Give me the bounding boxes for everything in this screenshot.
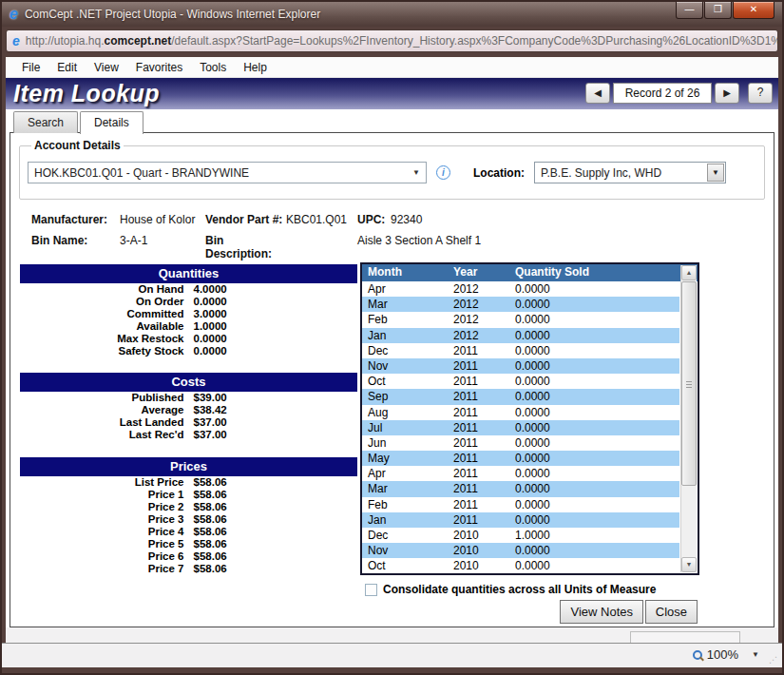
price-row: Price 7$58.06 [20,563,357,575]
quantity-row: On Hand4.0000 [20,283,357,296]
bin-name-label: Bin Name: [31,234,120,260]
manufacturer-value: House of Kolor [120,213,205,226]
price-row: Price 4$58.06 [20,526,357,538]
item-dropdown-value: HOK.KBC01.Q01 - Quart - BRANDYWINE [34,166,249,180]
help-button[interactable]: ? [748,83,773,104]
ie-page-icon: e [12,33,20,48]
prices-rows: List Price$58.06Price 1$58.06Price 2$58.… [20,476,357,575]
zoom-caret-icon[interactable]: ▼ [752,650,759,659]
table-row[interactable]: Apr20110.0000 [362,466,679,481]
minimize-button[interactable]: — [676,2,703,19]
price-row: Price 5$58.06 [20,538,357,550]
table-row[interactable]: Dec20101.0000 [362,528,679,543]
menu-view[interactable]: View [86,59,127,76]
column-month[interactable]: Month [362,264,448,281]
title-bar: e ComCept .NET Project Utopia - Windows … [2,2,782,27]
record-navigation: ◀ Record 2 of 26 ▶ ? [583,83,773,104]
table-row[interactable]: Nov20100.0000 [362,543,679,558]
menu-file[interactable]: File [13,59,48,76]
consolidate-label: Consolidate quantities across all Units … [383,583,656,596]
table-row[interactable]: Aug20110.0000 [362,405,679,420]
location-dropdown[interactable]: P.B.E. Supply Inc, WHD ▼ [534,162,726,183]
url-input[interactable]: e http://utopia.hq.comcept.net/default.a… [6,29,778,52]
quantities-rows: On Hand4.0000On Order0.0000Committed3.00… [20,283,357,357]
upc-label: UPC: [357,213,391,226]
address-bar: e http://utopia.hq.comcept.net/default.a… [6,27,778,55]
table-row[interactable]: Apr20120.0000 [362,281,679,297]
history-table-body: Apr20120.0000Mar20120.0000Feb20120.0000J… [362,281,679,573]
table-row[interactable]: Dec20110.0000 [362,343,679,358]
price-row: Price 6$58.06 [20,550,357,563]
scrollbar-thumb[interactable] [681,281,697,486]
quantity-row: Available1.0000 [20,320,357,333]
price-row: Price 1$58.06 [20,489,357,501]
url-prefix: http://utopia.hq. [26,34,105,48]
table-row[interactable]: Oct20110.0000 [362,374,679,389]
item-dropdown[interactable]: HOK.KBC01.Q01 - Quart - BRANDYWINE ▼ [28,162,427,183]
browser-window: e ComCept .NET Project Utopia - Windows … [0,0,784,675]
zoom-control[interactable]: 100% ▼ [693,647,759,662]
table-row[interactable]: Oct20100.0000 [362,558,679,573]
scroll-up-icon[interactable]: ▲ [681,265,697,280]
next-record-button[interactable]: ▶ [715,83,739,104]
table-row[interactable]: Jun20110.0000 [362,435,679,451]
quantity-row: Safety Stock0.0000 [20,345,357,357]
status-bar: 100% ▼ ⋰ [2,643,782,667]
window-title: ComCept .NET Project Utopia - Windows In… [25,8,320,21]
column-quantity-sold[interactable]: Quantity Sold [509,264,698,281]
table-row[interactable]: Feb20120.0000 [362,312,679,327]
resize-grip[interactable]: ⋰ [769,655,778,665]
url-domain: comcept.net [105,34,172,48]
table-row[interactable]: Jan20120.0000 [362,328,679,343]
table-row[interactable]: Mar20120.0000 [362,297,679,312]
menu-help[interactable]: Help [235,59,276,76]
costs-rows: Published$39.00Average$38.42Last Landed$… [20,392,357,441]
menu-favorites[interactable]: Favorites [127,59,191,76]
table-row[interactable]: Mar20110.0000 [362,481,679,496]
manufacturer-label: Manufacturer: [31,213,120,226]
vendor-part-value: KBC01.Q01 [286,213,357,226]
location-dropdown-value: P.B.E. Supply Inc, WHD [535,166,707,180]
tab-search[interactable]: Search [13,111,78,133]
upc-value: 92340 [391,213,764,226]
quantity-row: Committed3.0000 [20,308,357,320]
table-row[interactable]: Nov20110.0000 [362,358,679,374]
scroll-corner [630,631,740,643]
bin-description-label: Bin Description: [205,234,286,260]
consolidate-row: Consolidate quantities across all Units … [365,583,656,596]
info-icon[interactable]: i [436,165,450,180]
close-button[interactable]: Close [645,600,698,624]
column-year[interactable]: Year [448,264,509,281]
maximize-button[interactable]: ❐ [704,2,732,19]
menu-tools[interactable]: Tools [191,59,235,76]
zoom-level: 100% [707,647,738,662]
scroll-down-icon[interactable]: ▼ [681,557,697,572]
tab-details[interactable]: Details [80,111,143,134]
table-row[interactable]: Sep20110.0000 [362,389,679,404]
sales-history-table: Month Year Quantity Sold Apr20120.0000Ma… [360,262,699,575]
table-row[interactable]: Jul20110.0000 [362,420,679,435]
bin-description-value: Aisle 3 Section A Shelf 1 [357,234,764,260]
table-scrollbar[interactable]: ▲ ▼ [680,265,697,572]
menu-bar: File Edit View Favorites Tools Help [6,57,778,78]
quantity-row: On Order0.0000 [20,296,357,308]
table-row[interactable]: May20110.0000 [362,451,679,466]
previous-record-button[interactable]: ◀ [585,83,610,104]
view-notes-button[interactable]: View Notes [560,600,643,624]
table-row[interactable]: Feb20110.0000 [362,497,679,512]
costs-header: Costs [20,373,357,392]
prices-header: Prices [20,457,357,476]
prices-panel: Prices List Price$58.06Price 1$58.06Pric… [20,457,357,575]
account-details-group: Account Details HOK.KBC01.Q01 - Quart - … [19,139,765,200]
vendor-part-label: Vendor Part #: [205,213,286,226]
quantities-header: Quantities [20,264,357,283]
table-row[interactable]: Jan20110.0000 [362,512,679,528]
cost-row: Last Landed$37.00 [20,416,357,429]
consolidate-checkbox[interactable] [365,584,377,596]
record-counter: Record 2 of 26 [613,83,712,104]
location-dropdown-button[interactable]: ▼ [707,164,724,182]
close-window-button[interactable]: ✕ [733,2,774,19]
menu-edit[interactable]: Edit [48,59,86,76]
quantities-panel: Quantities On Hand4.0000On Order0.0000Co… [20,264,357,357]
cost-row: Last Rec'd$37.00 [20,429,357,441]
